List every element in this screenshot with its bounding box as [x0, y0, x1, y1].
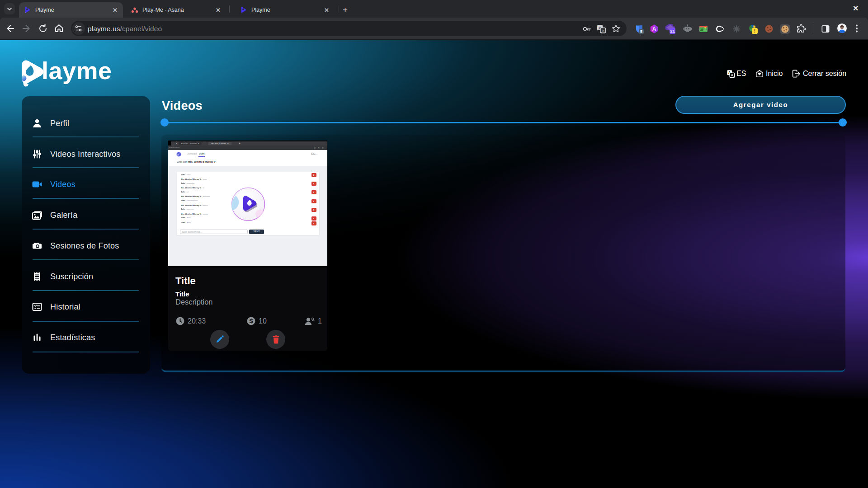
svg-text:layme: layme — [42, 58, 112, 84]
svg-text:A: A — [652, 26, 656, 32]
svg-text:文: 文 — [601, 29, 605, 33]
svg-text:!: ! — [754, 28, 755, 33]
svg-text:C: C — [738, 28, 741, 32]
svg-text:21: 21 — [670, 28, 675, 33]
svg-text:5: 5 — [640, 29, 642, 34]
